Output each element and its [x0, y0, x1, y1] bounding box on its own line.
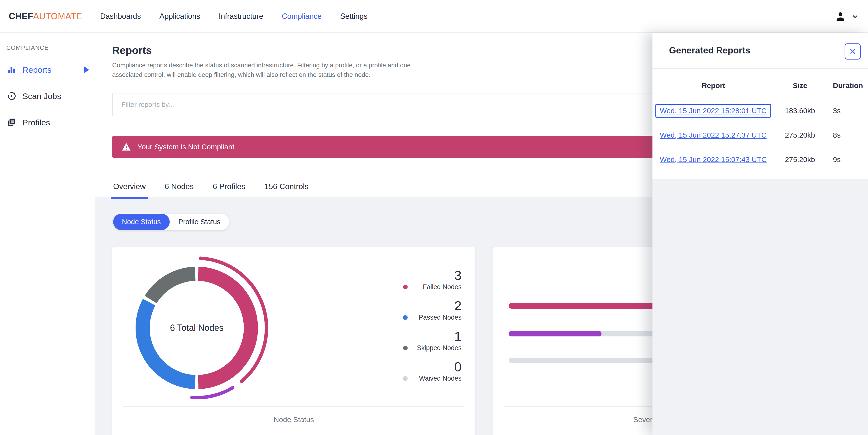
- tab-profiles[interactable]: 6 Profiles: [212, 179, 246, 197]
- sidebar-item-scan-jobs[interactable]: Scan Jobs: [0, 88, 95, 104]
- passed-nodes-count: 2: [403, 299, 462, 313]
- failed-dot-icon: [403, 285, 408, 289]
- legend-label: Skipped Nodes: [417, 344, 462, 352]
- chevron-down-icon[interactable]: [851, 13, 859, 20]
- reports-table-body: Wed, 15 Jun 2022 15:28:01 UTC 183.60kb 3…: [652, 98, 868, 172]
- report-link[interactable]: Wed, 15 Jun 2022 15:27:37 UTC: [660, 131, 767, 139]
- nav-item-settings[interactable]: Settings: [340, 12, 367, 21]
- generated-reports-panel: Generated Reports ✕ Report Size Duration…: [652, 33, 868, 435]
- sidebar-item-label: Profiles: [23, 118, 50, 127]
- close-icon: ✕: [849, 47, 856, 56]
- column-header-duration: Duration: [833, 82, 868, 90]
- user-avatar-icon[interactable]: [834, 10, 847, 23]
- page-description: Compliance reports describe the status o…: [112, 60, 418, 80]
- skipped-nodes-count: 1: [403, 329, 462, 343]
- nav-item-infrastructure[interactable]: Infrastructure: [219, 12, 263, 21]
- banner-text: Your System is Not Compliant: [137, 143, 234, 151]
- node-status-donut-chart: 6 Total Nodes: [124, 255, 270, 401]
- report-duration: 8s: [833, 131, 868, 139]
- logo-automate: AUTOMATE: [33, 11, 82, 21]
- legend-entry-failed: 3 Failed Nodes: [403, 268, 462, 291]
- close-panel-button[interactable]: ✕: [845, 44, 861, 60]
- legend-entry-waived: 0 Waived Nodes: [403, 359, 462, 382]
- scanner-target-icon: [7, 91, 16, 101]
- sidebar-item-reports[interactable]: Reports: [0, 62, 95, 78]
- sidebar-item-label: Reports: [23, 65, 52, 75]
- sidebar: COMPLIANCE Reports Scan Jobs Profiles: [0, 33, 95, 435]
- table-row: Wed, 15 Jun 2022 15:27:37 UTC 275.20kb 8…: [652, 123, 868, 147]
- tab-nodes[interactable]: 6 Nodes: [164, 179, 194, 197]
- column-header-report: Report: [660, 82, 767, 90]
- sidebar-item-profiles[interactable]: Profiles: [0, 115, 95, 130]
- reports-table-header: Report Size Duration: [652, 80, 868, 91]
- sidebar-section-label: COMPLIANCE: [6, 45, 95, 51]
- table-row: Wed, 15 Jun 2022 15:07:43 UTC 275.20kb 9…: [652, 147, 868, 172]
- report-link[interactable]: Wed, 15 Jun 2022 15:07:43 UTC: [660, 155, 767, 164]
- tab-controls[interactable]: 156 Controls: [263, 179, 309, 197]
- report-tabs: Overview 6 Nodes 6 Profiles 156 Controls: [112, 179, 309, 197]
- logo-chef: CHEF: [9, 11, 33, 21]
- panel-title: Generated Reports: [669, 46, 750, 56]
- node-status-caption: Node Status: [113, 415, 475, 424]
- sidebar-item-label: Scan Jobs: [23, 91, 61, 101]
- profile-status-toggle-button[interactable]: Profile Status: [170, 214, 229, 230]
- node-status-toggle-button[interactable]: Node Status: [113, 214, 170, 230]
- donut-center-label: 6 Total Nodes: [124, 255, 270, 401]
- failed-nodes-count: 3: [403, 268, 462, 282]
- card-divider: [123, 406, 464, 407]
- bar-chart-icon: [7, 65, 16, 75]
- legend-label: Waived Nodes: [419, 375, 462, 382]
- report-duration: 3s: [833, 107, 868, 115]
- donut-legend: 3 Failed Nodes 2 Passed Nodes 1 Skipped …: [403, 268, 462, 390]
- report-size: 183.60kb: [767, 107, 833, 115]
- nav-item-compliance[interactable]: Compliance: [282, 12, 322, 21]
- waived-nodes-count: 0: [403, 359, 462, 374]
- report-size: 275.20kb: [767, 131, 833, 139]
- waived-dot-icon: [403, 376, 408, 381]
- user-menu[interactable]: [834, 0, 859, 33]
- top-nav: CHEFAUTOMATE Dashboards Applications Inf…: [0, 0, 868, 33]
- warning-triangle-icon: [121, 142, 131, 152]
- skipped-dot-icon: [403, 346, 408, 350]
- legend-entry-passed: 2 Passed Nodes: [403, 299, 462, 322]
- nav-item-applications[interactable]: Applications: [159, 12, 200, 21]
- report-link[interactable]: Wed, 15 Jun 2022 15:28:01 UTC: [655, 104, 771, 118]
- legend-entry-skipped: 1 Skipped Nodes: [403, 329, 462, 352]
- legend-label: Passed Nodes: [418, 314, 462, 321]
- table-row: Wed, 15 Jun 2022 15:28:01 UTC 183.60kb 3…: [652, 98, 868, 123]
- page-title: Reports: [112, 45, 152, 56]
- chevron-right-icon: [84, 66, 89, 73]
- column-header-size: Size: [767, 82, 833, 90]
- report-duration: 9s: [833, 155, 868, 164]
- report-size: 275.20kb: [767, 155, 833, 164]
- chef-automate-logo[interactable]: CHEFAUTOMATE: [9, 11, 82, 22]
- status-toggle: Node Status Profile Status: [113, 214, 229, 230]
- legend-label: Failed Nodes: [423, 283, 462, 291]
- documents-stack-icon: [7, 118, 16, 127]
- tab-overview[interactable]: Overview: [112, 179, 147, 197]
- nav-item-dashboards[interactable]: Dashboards: [100, 12, 141, 21]
- main-nav: Dashboards Applications Infrastructure C…: [100, 12, 368, 21]
- passed-dot-icon: [403, 315, 408, 320]
- node-status-card: 6 Total Nodes 3 Failed Nodes 2 Passed No…: [112, 247, 475, 435]
